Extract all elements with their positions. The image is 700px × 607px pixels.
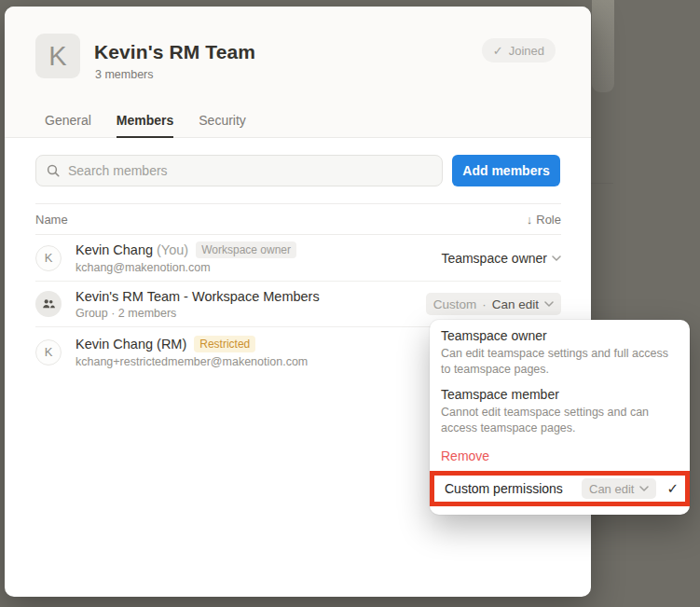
group-subtitle: Group · 2 members xyxy=(75,307,426,320)
group-name: Kevin's RM Team - Workspace Members xyxy=(75,289,320,304)
role-column-header: Role xyxy=(536,213,561,227)
add-members-button[interactable]: Add members xyxy=(452,155,560,186)
people-icon xyxy=(41,297,56,311)
role-dropdown-teamspace-owner[interactable]: Teamspace owner xyxy=(441,251,561,266)
avatar: K xyxy=(35,245,62,271)
search-wrap xyxy=(35,155,443,186)
table-header: Name ↓ Role xyxy=(35,203,561,235)
search-icon xyxy=(46,163,61,178)
joined-badge[interactable]: ✓ Joined xyxy=(482,38,556,62)
workspace-owner-badge: Workspace owner xyxy=(196,241,296,258)
page-title: Kevin's RM Team xyxy=(94,41,255,63)
member-email: kchang@makenotion.com xyxy=(75,261,441,274)
menu-item-teamspace-owner[interactable]: Teamspace owner Can edit teamspace setti… xyxy=(441,328,679,379)
chevron-down-icon xyxy=(552,255,561,261)
group-avatar xyxy=(35,291,62,317)
tab-general[interactable]: General xyxy=(45,103,91,138)
screen: K Kevin's RM Team 3 members ✓ Joined Gen… xyxy=(0,0,700,607)
role-value: Can edit xyxy=(492,297,539,311)
menu-item-teamspace-member[interactable]: Teamspace member Cannot edit teamspace s… xyxy=(441,387,679,437)
menu-item-description: Can edit teamspace settings and full acc… xyxy=(441,346,676,379)
tab-members[interactable]: Members xyxy=(117,103,173,138)
sort-down-icon: ↓ xyxy=(527,213,533,227)
restricted-badge: Restricted xyxy=(194,336,255,352)
menu-item-title: Teamspace owner xyxy=(441,328,679,343)
joined-label: Joined xyxy=(509,44,544,58)
background-divider xyxy=(591,183,613,184)
members-toolbar: Add members xyxy=(35,155,560,186)
background-scrollbar xyxy=(592,0,614,92)
role-dropdown-custom-can-edit[interactable]: Custom · Can edit xyxy=(426,293,561,315)
check-icon: ✓ xyxy=(493,44,503,58)
menu-item-custom-permissions[interactable]: Custom permissions Can edit ✓ xyxy=(430,471,690,506)
role-value: Teamspace owner xyxy=(441,251,547,266)
member-name: Kevin Chang xyxy=(75,242,153,257)
can-edit-dropdown[interactable]: Can edit xyxy=(582,478,656,499)
name-column-header: Name xyxy=(35,213,68,227)
member-row-kevin-chang: K Kevin Chang (You) Workspace owner kcha… xyxy=(35,235,561,282)
avatar: K xyxy=(35,339,62,366)
role-menu-popup: Teamspace owner Can edit teamspace setti… xyxy=(430,320,690,515)
menu-item-title: Teamspace member xyxy=(441,387,679,402)
teamspace-avatar: K xyxy=(35,34,80,78)
role-sort-control[interactable]: ↓ Role xyxy=(527,213,561,227)
tab-bar: General Members Security xyxy=(5,103,591,138)
search-input[interactable] xyxy=(35,155,443,186)
role-prefix: Custom xyxy=(433,297,477,311)
member-info: Kevin Chang (You) Workspace owner kchang… xyxy=(75,241,441,274)
group-info: Kevin's RM Team - Workspace Members Grou… xyxy=(75,289,426,320)
member-name-suffix: (You) xyxy=(157,242,188,257)
member-count: 3 members xyxy=(95,68,154,81)
menu-item-remove[interactable]: Remove xyxy=(441,448,679,463)
menu-item-description: Cannot edit teamspace settings and can a… xyxy=(441,405,676,437)
tab-security[interactable]: Security xyxy=(199,103,246,138)
custom-permissions-label: Custom permissions xyxy=(445,481,582,496)
role-separator: · xyxy=(482,297,487,311)
can-edit-value: Can edit xyxy=(589,482,634,496)
chevron-down-icon xyxy=(544,301,554,307)
chevron-down-icon xyxy=(639,486,649,491)
member-name: Kevin Chang (RM) xyxy=(75,337,186,352)
selected-check-icon: ✓ xyxy=(666,480,679,497)
role-menu-options: Teamspace owner Can edit teamspace setti… xyxy=(430,320,690,463)
